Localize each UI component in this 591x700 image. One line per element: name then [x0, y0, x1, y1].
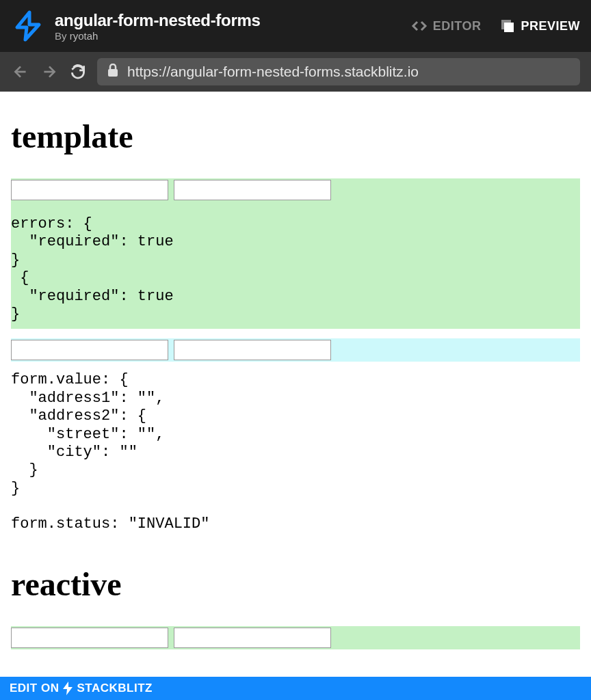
url-field[interactable]: https://angular-form-nested-forms.stackb… — [97, 58, 580, 85]
preview-tab-label: PREVIEW — [521, 19, 580, 33]
stackblitz-logo-icon[interactable] — [11, 9, 45, 43]
reactive-heading: reactive — [11, 565, 580, 603]
reactive-inputs-row-1 — [11, 626, 580, 649]
template-input-2[interactable] — [174, 180, 331, 200]
template-inputs-row-1 — [11, 178, 580, 202]
byline: By ryotah — [55, 30, 261, 42]
editor-tab[interactable]: EDITOR — [411, 18, 482, 34]
template-formvalue-output: form.value: { "address1": "", "address2"… — [11, 362, 580, 539]
reactive-input-2[interactable] — [174, 628, 331, 648]
template-input-1[interactable] — [11, 180, 168, 200]
app-header: angular-form-nested-forms By ryotah EDIT… — [0, 0, 591, 52]
svg-rect-1 — [504, 23, 514, 32]
template-heading: template — [11, 118, 580, 155]
refresh-button[interactable] — [68, 62, 88, 81]
lock-icon — [107, 64, 119, 80]
byline-prefix: By — [55, 30, 70, 42]
reactive-form-block — [11, 626, 580, 649]
forward-button[interactable] — [40, 62, 59, 81]
window-icon — [500, 18, 515, 33]
url-bar: https://angular-form-nested-forms.stackb… — [0, 52, 591, 92]
preview-content[interactable]: template errors: { "required": true } { … — [0, 92, 591, 677]
template-inputs-row-2 — [11, 338, 580, 362]
preview-tab[interactable]: PREVIEW — [500, 18, 580, 33]
template-input-4[interactable] — [174, 340, 331, 360]
header-left: angular-form-nested-forms By ryotah — [11, 9, 261, 43]
editor-tab-label: EDITOR — [433, 19, 482, 33]
template-form-value-block: form.value: { "address1": "", "address2"… — [11, 338, 580, 539]
template-input-3[interactable] — [11, 340, 168, 360]
code-icon — [411, 18, 428, 34]
bolt-icon — [63, 682, 73, 695]
project-title: angular-form-nested-forms — [55, 11, 261, 30]
footer-bar[interactable]: EDIT ON STACKBLITZ — [0, 677, 591, 700]
url-text: https://angular-form-nested-forms.stackb… — [127, 64, 419, 80]
title-block: angular-form-nested-forms By ryotah — [55, 11, 261, 42]
template-errors-output: errors: { "required": true } { "required… — [11, 202, 580, 329]
author-link[interactable]: ryotah — [70, 30, 98, 42]
header-right: EDITOR PREVIEW — [411, 18, 580, 34]
spacer — [11, 329, 580, 338]
template-form-errors-block: errors: { "required": true } { "required… — [11, 178, 580, 329]
reactive-input-1[interactable] — [11, 628, 168, 648]
back-button[interactable] — [11, 62, 30, 81]
footer-brand: STACKBLITZ — [77, 682, 152, 695]
svg-rect-2 — [108, 69, 118, 77]
footer-editon: EDIT ON — [10, 682, 59, 695]
